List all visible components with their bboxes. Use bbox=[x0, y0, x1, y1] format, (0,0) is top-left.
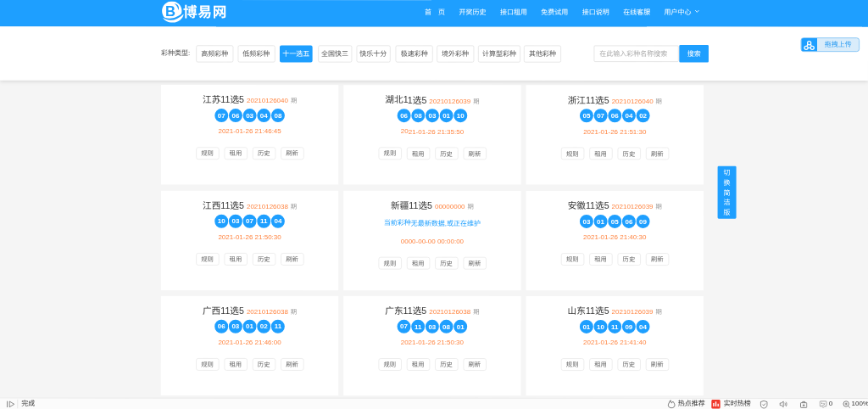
svg-text:B: B bbox=[165, 3, 175, 20]
